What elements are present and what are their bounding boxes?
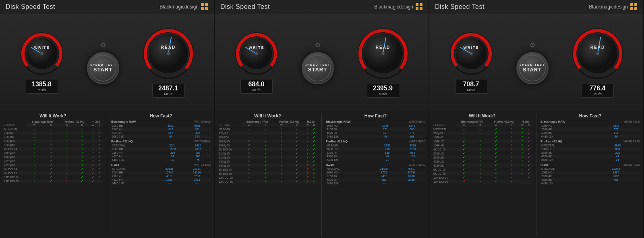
table-row: NTSC/PAL—————— — [3, 127, 103, 131]
table-row: 12K DCI 60✓✓✗✓✓— — [3, 179, 103, 183]
write-read-label: WRITE READ — [194, 120, 211, 123]
panel-header-2: Disk Speed TestBlackmagicdesign — [215, 0, 429, 14]
read-unit: MB/s — [585, 92, 610, 96]
how-fast-table: NTSC/PAL28281080 HD8082160 4K2024320 8K4… — [540, 144, 640, 162]
table-row: 6480 12K48168 — [326, 135, 425, 138]
svg-point-4 — [40, 52, 43, 55]
write-read-label: WRITE READ — [409, 120, 425, 123]
table-row: 8K DCI 60✓✓✓✓✗✓ — [218, 171, 317, 175]
gear-icon[interactable]: ⚙ — [315, 41, 321, 49]
read-value-box: 2395.9MB/s — [367, 83, 399, 98]
table-row: 2160p60✓✓✓✓✓✓ — [433, 155, 532, 159]
write-value: 1385.8 — [29, 81, 54, 88]
write-value-box: 1385.8MB/s — [26, 79, 58, 94]
read-value: 2395.9 — [371, 85, 396, 92]
how-fast-table: NTSC/PAL222731080 HD80342160 4K25064320 … — [540, 167, 640, 185]
how-fast-section: How Fast?Blackmagic RAWWRITE READ1080 HD… — [111, 113, 211, 236]
table-row: 2160 4K24198498 — [326, 174, 425, 178]
table-row: 2160 4K395708 — [111, 151, 211, 154]
start-text: SPEED TESTSTART — [305, 63, 331, 73]
svg-text:WRITE: WRITE — [34, 46, 50, 50]
table-row: 720p60——✓✓✓✓ — [433, 131, 532, 135]
table-row: 2160 4K171600 — [326, 127, 425, 131]
table-row: NTSC/PAL2828 — [540, 144, 640, 147]
svg-text:WRITE: WRITE — [248, 46, 264, 50]
brand-logo: Blackmagicdesign — [374, 3, 423, 10]
table-row: 1080 HD8034 — [540, 171, 640, 174]
table-row: 1080 HD17496145 — [326, 124, 425, 127]
write-read-label: WRITE READ — [194, 140, 211, 143]
table-row: NTSC/PAL2149575513 — [326, 167, 425, 171]
how-fast-table: NTSC/PAL43636781611080 HD15740281942160 … — [111, 167, 211, 185]
table-row: 12K DCI 60✗✓✓✓—— — [433, 180, 532, 184]
read-gauge: READ776.4MB/s — [572, 27, 624, 98]
table-row: 6480 12K4275 — [111, 158, 211, 162]
table-row: 2160 4K177 — [540, 127, 640, 131]
start-button-container: ⚙SPEED TESTSTART — [516, 41, 549, 84]
table-row: 2K DCI 24✓✓✓✓✓✓ — [433, 147, 532, 151]
how-fast-subsection: Blackmagic RAWWRITE READ1080 HD18132160 … — [540, 120, 640, 138]
read-unit: MB/s — [371, 92, 396, 96]
table-row: 8K DCI 24✓✓✓✓✓✓ — [3, 167, 103, 171]
table-row: 2160 4K347621 — [111, 127, 211, 131]
panel-title: Disk Speed Test — [435, 3, 485, 10]
table-row: 1080 HD808 — [540, 147, 640, 151]
will-it-work-section: Will It Work?FORMATBlackmagic RAWProRes … — [433, 113, 532, 236]
gear-icon[interactable]: ⚙ — [100, 41, 106, 49]
table-row: 4320p60✓✓✓✓✓✓ — [433, 163, 532, 167]
table-row: 4320p60✓✓✓✓✓✓ — [3, 163, 103, 167]
write-read-label: WRITE READ — [623, 140, 640, 143]
write-unit: MB/s — [459, 88, 484, 92]
brand-dots — [416, 3, 423, 10]
start-button-container: ⚙SPEED TESTSTART — [87, 41, 119, 84]
table-row: 8K DCI 60✓✓✓✓✓✓ — [433, 171, 532, 175]
table-row: 2K DCI 24✓✓✓✓✓✓ — [218, 147, 317, 151]
how-fast-subsection: H.265WRITE READNTSC/PAL43636781611080 HD… — [111, 163, 211, 185]
table-row: 4320p25✓✓✓✓✓✓ — [3, 159, 103, 163]
speed-test-start-button[interactable]: SPEED TESTSTART — [516, 52, 549, 84]
read-value: 776.4 — [585, 85, 610, 92]
how-fast-table: NTSC/PAL273095891080 HD78027392160 4K195… — [326, 144, 425, 162]
table-row: 2160 4K49118796 — [111, 174, 211, 178]
write-value-box: 708.7MB/s — [455, 79, 487, 94]
how-fast-title: How Fast? — [540, 113, 640, 118]
will-it-work-section: Will It Work?FORMATBlackmagic RAWProRes … — [3, 113, 103, 236]
gear-icon[interactable]: ⚙ — [530, 41, 535, 49]
subsection-label: Blackmagic RAW — [326, 120, 350, 123]
will-it-work-title: Will It Work? — [433, 113, 532, 118]
table-row: 4320 8K217389 — [111, 131, 211, 135]
table-row: NTSC/PAL——✓✓✓✓ — [433, 127, 532, 132]
svg-point-28 — [470, 52, 473, 55]
brand-name: Blackmagicdesign — [589, 4, 628, 10]
read-value: 2487.1 — [156, 85, 181, 92]
table-row: NTSC/PAL——✓✓✓✓ — [218, 127, 317, 132]
table-row: 2160p60✓✓✓✓✓✓ — [218, 155, 317, 159]
svg-point-22 — [381, 52, 385, 55]
write-gauge: WRITE684.0MB/s — [234, 31, 279, 94]
table-row: 4320 8K111 — [540, 131, 640, 135]
write-read-label: WRITE READ — [409, 140, 425, 143]
how-fast-section: How Fast?Blackmagic RAWWRITE READ1080 HD… — [540, 113, 640, 236]
how-fast-table: NTSC/PAL21495755131080 HD7754272382160 4… — [326, 167, 425, 185]
subsection-label: Blackmagic RAW — [111, 120, 136, 123]
table-row: 720p60——✓✓✓✓ — [3, 131, 103, 135]
table-row: NTSC/PAL4363678161 — [111, 167, 211, 171]
write-unit: MB/s — [244, 88, 269, 92]
speed-test-start-button[interactable]: SPEED TESTSTART — [302, 52, 334, 84]
read-gauge: READ2395.9MB/s — [357, 27, 409, 98]
data-section: Will It Work?FORMATBlackmagic RAWProRes … — [429, 111, 643, 238]
how-fast-title: How Fast? — [326, 113, 425, 118]
will-it-work-table: FORMATBlackmagic RAWProRes 422 HQH.265WR… — [433, 120, 532, 184]
table-row: 1080i60——✓✓✓✓ — [3, 135, 103, 139]
subsection-label: ProRes 422 HQ — [111, 140, 133, 143]
table-row: 1080p25✓✓✓✓✓✓ — [433, 139, 532, 143]
table-row: 1080i60——✓✓✓✓ — [218, 135, 317, 139]
how-fast-table: NTSC/PAL554199251080 HD158328352160 4K39… — [111, 144, 211, 162]
svg-point-16 — [255, 52, 258, 55]
speed-test-start-button[interactable]: SPEED TESTSTART — [87, 52, 119, 84]
how-fast-table: 1080 HD355163612160 4K3476214320 8K21738… — [111, 124, 211, 138]
write-read-label: WRITE READ — [409, 163, 425, 166]
table-row: NTSC/PAL27309589 — [326, 144, 425, 147]
will-it-work-title: Will It Work? — [3, 113, 103, 118]
table-row: 4320p25✓✓✓✓✓✓ — [218, 159, 317, 163]
